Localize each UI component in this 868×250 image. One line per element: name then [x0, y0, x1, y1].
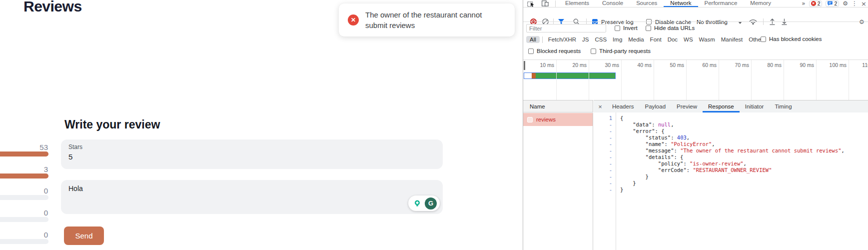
timeline-tick-label: 30 ms — [587, 62, 619, 68]
third-party-requests-checkbox[interactable] — [591, 48, 596, 54]
page-title: Reviews — [23, 0, 82, 15]
request-detail-panel: × HeadersPayloadPreviewResponseInitiator… — [594, 100, 868, 250]
kebab-menu-icon[interactable]: ⋮ — [852, 0, 858, 7]
timeline-tick-label: 60 ms — [685, 62, 717, 68]
hide-data-urls-checkbox[interactable] — [646, 26, 651, 31]
error-count-badge[interactable]: ✕ 2 — [809, 0, 823, 7]
detail-tab-preview[interactable]: Preview — [671, 100, 703, 112]
blocked-requests-label: Blocked requests — [537, 48, 581, 54]
chip-doc[interactable]: Doc — [665, 36, 681, 43]
inspect-element-icon[interactable] — [527, 0, 535, 7]
token: "The owner of the restaurant cannot subm… — [680, 148, 841, 154]
tab-elements[interactable]: Elements — [559, 0, 596, 7]
requests-list: reviews — [523, 113, 593, 250]
invert-checkbox[interactable] — [615, 26, 620, 31]
settings-gear-icon[interactable]: ⚙ — [843, 0, 848, 7]
devtools-panel: ElementsConsoleSourcesNetworkPerformance… — [523, 0, 868, 250]
tab-memory[interactable]: Memory — [744, 0, 778, 7]
chip-img[interactable]: Img — [610, 36, 625, 43]
stars-field[interactable]: Stars 5 — [61, 140, 443, 169]
chip-fetchxhr[interactable]: Fetch/XHR — [545, 36, 579, 43]
has-blocked-cookies-checkbox[interactable] — [761, 36, 766, 42]
waterfall-stalled-segment — [532, 73, 536, 78]
chip-js[interactable]: JS — [579, 36, 592, 43]
error-toast: ✕ The owner of the restaurant cannot sub… — [339, 4, 515, 36]
token: , — [687, 134, 690, 140]
response-line: "data": null, — [620, 122, 868, 128]
token: : — [671, 134, 677, 140]
divider — [542, 36, 543, 43]
token: "message" — [620, 148, 674, 154]
detail-tab-payload[interactable]: Payload — [639, 100, 671, 112]
has-blocked-cookies-label: Has blocked cookies — [769, 36, 822, 42]
chip-manifest[interactable]: Manifest — [718, 36, 746, 43]
token: : { — [655, 128, 665, 134]
timeline-tick-label: 20 ms — [555, 62, 587, 68]
tab-sources[interactable]: Sources — [630, 0, 664, 7]
timeline-tick-label: 10 ms — [523, 62, 554, 68]
token: { — [620, 115, 623, 121]
token: , — [744, 160, 747, 166]
stars-value: 5 — [68, 152, 72, 161]
devtools-tabbar-right: » ✕ 2 2 ⚙ ⋮ × — [802, 0, 867, 7]
detail-tab-headers[interactable]: Headers — [607, 100, 639, 112]
error-icon: ✕ — [811, 1, 816, 6]
throttling-select[interactable]: No throttling — [697, 19, 728, 25]
chip-wasm[interactable]: Wasm — [696, 36, 718, 43]
chip-all[interactable]: All — [526, 36, 540, 43]
rating-bar — [0, 195, 48, 200]
invert-label: Invert — [623, 25, 638, 31]
divider — [555, 0, 556, 7]
rating-count: 3 — [0, 165, 48, 174]
network-settings-gear-icon[interactable]: ⚙ — [859, 18, 865, 26]
token: "error" — [620, 128, 655, 134]
network-toolbar: Preserve log Disable cache No throttling — [523, 8, 868, 22]
devtools-main-tabs: ElementsConsoleSourcesNetworkPerformance… — [559, 0, 778, 7]
review-text-value: Hola — [68, 184, 83, 192]
chip-font[interactable]: Font — [647, 36, 665, 43]
token: "status" — [620, 134, 671, 140]
filter-input[interactable] — [526, 24, 606, 32]
token: : — [652, 122, 658, 128]
chip-css[interactable]: CSS — [592, 36, 610, 43]
response-viewer[interactable]: 1 - - - - - - - - - - - { "data": null, … — [594, 112, 868, 250]
device-toolbar-icon[interactable] — [542, 0, 549, 6]
tab-network[interactable]: Network — [664, 0, 698, 7]
chip-ws[interactable]: WS — [681, 36, 696, 43]
error-circle-icon: ✕ — [348, 14, 359, 26]
review-text-field[interactable]: Hola — [61, 180, 443, 214]
suggestion-bulb-icon[interactable] — [411, 198, 423, 210]
more-tabs-icon[interactable]: » — [802, 0, 805, 7]
network-overview-timeline[interactable]: 10 ms20 ms30 ms40 ms50 ms60 ms70 ms80 ms… — [523, 60, 868, 100]
timeline-tick-label: 90 ms — [782, 62, 814, 68]
request-row-reviews[interactable]: reviews — [523, 113, 593, 126]
detail-tab-response[interactable]: Response — [703, 100, 740, 112]
grammarly-widget[interactable]: G — [408, 196, 440, 211]
close-devtools-icon[interactable]: × — [861, 0, 867, 8]
response-line: "policy": "is-owner-review", — [620, 160, 868, 167]
name-column-header[interactable]: Name — [523, 100, 593, 112]
grammarly-g-icon[interactable]: G — [425, 198, 437, 210]
request-waterfall-bar[interactable] — [524, 72, 616, 79]
send-button[interactable]: Send — [64, 226, 104, 245]
issues-count-badge[interactable]: 2 — [826, 0, 839, 7]
timeline-tick-label: 100 ms — [815, 62, 847, 68]
screen: Reviews ✕ The owner of the restaurant ca… — [0, 0, 868, 250]
blocked-requests-checkbox[interactable] — [528, 48, 534, 54]
detail-tab-initiator[interactable]: Initiator — [740, 100, 770, 112]
tab-performance[interactable]: Performance — [698, 0, 744, 7]
chip-media[interactable]: Media — [625, 36, 647, 43]
response-line: } — [620, 186, 868, 193]
tab-console[interactable]: Console — [596, 0, 630, 7]
rating-bar — [0, 217, 48, 222]
third-party-requests-label: Third-party requests — [599, 48, 651, 54]
reviews-page: Reviews ✕ The owner of the restaurant ca… — [0, 0, 522, 250]
token: : — [683, 160, 690, 166]
token: "data" — [620, 122, 652, 128]
detail-tab-timing[interactable]: Timing — [769, 100, 797, 112]
token: null — [658, 122, 671, 128]
token: 403 — [677, 134, 687, 140]
detail-tab-bar: × HeadersPayloadPreviewResponseInitiator… — [594, 100, 868, 112]
close-detail-icon[interactable]: × — [594, 103, 607, 110]
token: "PolicyError" — [671, 141, 712, 147]
